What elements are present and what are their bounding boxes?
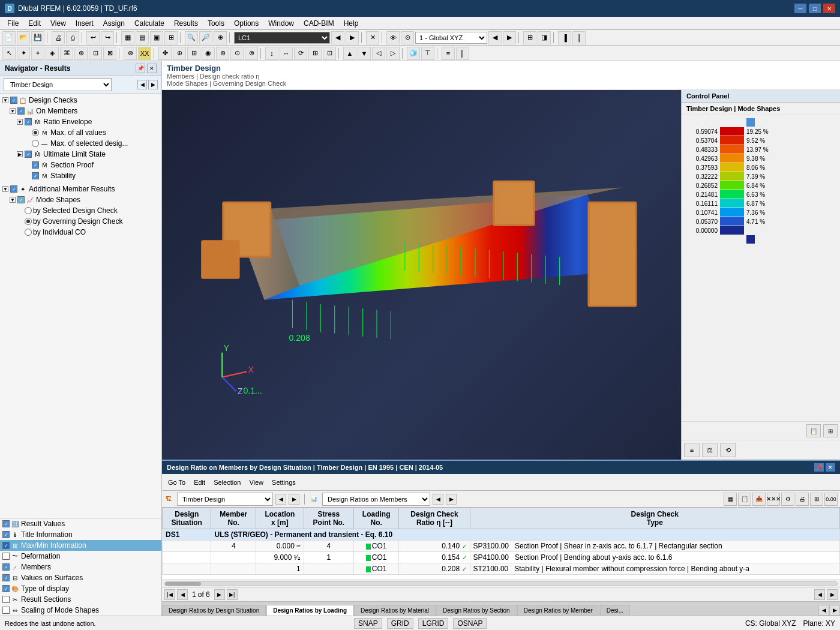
tb-combo-lc[interactable]: LC1 [234, 32, 330, 44]
cb-design-checks[interactable]: ✓ [10, 97, 17, 104]
menu-window[interactable]: Window [263, 18, 299, 29]
tab-by-loading[interactable]: Design Ratios by Loading [266, 605, 353, 616]
nav-prev-btn[interactable]: ◀ [137, 80, 147, 89]
tree-maxmin-info[interactable]: ✓ ⊞ Max/Min Information [0, 540, 161, 551]
expand-mode-shapes[interactable]: ▼ [10, 197, 16, 203]
cb-uls[interactable]: ✓ [25, 151, 32, 158]
tab-by-member[interactable]: Design Ratios by Member [517, 605, 599, 616]
radio-by-individual[interactable] [25, 229, 32, 236]
tb-select3[interactable]: ▣ [150, 31, 163, 44]
tb-print[interactable]: 🖨 [52, 31, 65, 44]
tb2-view1[interactable]: ▲ [343, 47, 356, 60]
radio-by-governing[interactable] [25, 218, 32, 225]
tree-by-governing[interactable]: ▶ by Governing Design Check [0, 216, 161, 227]
tree-values-surfaces[interactable]: ✓ ⊟ Values on Surfaces [0, 572, 161, 583]
legend-icon-btn3[interactable]: ⟲ [720, 443, 736, 457]
pag-last[interactable]: ▶| [227, 589, 238, 600]
tb-eye[interactable]: 👁 [386, 31, 400, 44]
scroll-track[interactable] [164, 581, 838, 586]
tree-max-selected[interactable]: ▶ — Max. of selected desig... [0, 138, 161, 149]
tree-ratio-envelope[interactable]: ▼ ✓ Ṁ Ratio Envelope [0, 116, 161, 127]
tb-xyz[interactable]: ✕ [366, 31, 379, 44]
cb-ratio-envelope[interactable]: ✓ [25, 118, 32, 125]
cb-result-values[interactable]: ✓ [2, 520, 10, 527]
tb2-snap2[interactable]: XX [138, 47, 151, 60]
menu-insert[interactable]: Insert [71, 18, 98, 29]
tb2-node3[interactable]: ⊞ [187, 47, 200, 60]
tb-zoom-out[interactable]: ◨ [538, 31, 551, 44]
legend-icon-btn2[interactable]: ⚖ [702, 443, 718, 457]
tb2-5[interactable]: ⌘ [60, 47, 73, 60]
tree-result-values[interactable]: ✓ 🔢 Result Values [0, 518, 161, 529]
tree-deformation[interactable]: 〜 Deformation [0, 551, 161, 562]
rab-print[interactable]: 🖨 [796, 493, 809, 506]
scroll-thumb[interactable] [165, 582, 201, 586]
cb-additional[interactable]: ✓ [10, 185, 17, 193]
tb2-3[interactable]: ⌖ [31, 47, 44, 60]
tree-scaling[interactable]: ⇔ Scaling of Mode Shapes [0, 605, 161, 616]
results-menu-goto[interactable]: Go To [164, 478, 189, 487]
tabs-scroll-next[interactable]: ▶ [829, 605, 840, 616]
cb-maxmin-info[interactable]: ✓ [2, 542, 10, 549]
tb2-1[interactable]: ↖ [2, 47, 16, 60]
cb-mode-shapes[interactable]: ✓ [17, 196, 25, 203]
menu-edit[interactable]: Edit [23, 18, 46, 29]
legend-settings-btn[interactable]: ⊞ [823, 424, 838, 437]
tb2-2[interactable]: ✦ [17, 47, 30, 60]
results-close-btn[interactable]: ✕ [826, 463, 835, 472]
results-menu-view[interactable]: View [245, 478, 267, 487]
tb2-view3[interactable]: ◁ [372, 47, 385, 60]
rab-export[interactable]: 📤 [752, 493, 766, 506]
cb-deformation[interactable] [2, 553, 10, 560]
tb2-view2[interactable]: ▼ [358, 47, 371, 60]
tb-eye2[interactable]: ⊙ [401, 31, 414, 44]
radio-by-selected[interactable] [25, 207, 32, 214]
tb-view3[interactable]: ⊕ [214, 31, 227, 44]
tree-by-selected[interactable]: ▶ by Selected Design Check [0, 205, 161, 216]
menu-tools[interactable]: Tools [203, 18, 229, 29]
tb-rulers2[interactable]: ║ [572, 31, 586, 44]
3d-viewport[interactable]: 0.208 0.1... X Y Z Control Panel Timber … [162, 90, 840, 460]
status-lgrid[interactable]: LGRID [418, 618, 449, 629]
menu-assign[interactable]: Assign [98, 18, 130, 29]
tb-print2[interactable]: ⎙ [66, 31, 79, 44]
tb2-node[interactable]: ✤ [158, 47, 172, 60]
tb-lc-next[interactable]: ▶ [346, 31, 359, 44]
tree-section-proof[interactable]: ▶ ✓ Ṁ Section Proof [0, 160, 161, 170]
tb-coord-next[interactable]: ▶ [503, 31, 516, 44]
results-combo2-next[interactable]: ▶ [446, 494, 457, 505]
tb-lc-prev[interactable]: ◀ [331, 31, 344, 44]
radio-max-selected[interactable] [32, 140, 39, 147]
menu-options[interactable]: Options [229, 18, 263, 29]
expand-on-members[interactable]: ▼ [10, 108, 16, 114]
tb2-move1[interactable]: ↕ [265, 47, 278, 60]
rab-xxx[interactable]: ✕✕✕ [767, 493, 780, 506]
tb2-3d[interactable]: 🧊 [407, 47, 420, 60]
horiz-scrollbar[interactable] [162, 580, 840, 587]
tb-zoom-in[interactable]: ⊞ [523, 31, 536, 44]
tb-select1[interactable]: ▦ [121, 31, 134, 44]
tab-by-material[interactable]: Design Ratios by Material [354, 605, 436, 616]
tree-design-checks[interactable]: ▼ ✓ 📋 Design Checks [0, 95, 161, 106]
tree-stability[interactable]: ▶ ✓ Ṁ Stability [0, 170, 161, 181]
tb-rulers[interactable]: ▐ [558, 31, 571, 44]
cb-section-proof[interactable]: ✓ [32, 161, 39, 169]
tb2-8[interactable]: ⊠ [103, 47, 116, 60]
nav-module-select[interactable]: Timber Design [4, 78, 112, 91]
tree-mode-shapes[interactable]: ▼ ✓ 📈 Mode Shapes [0, 194, 161, 205]
legend-icon-btn1[interactable]: ≡ [684, 443, 700, 457]
tree-max-all-values[interactable]: ▶ Ṁ Max. of all values [0, 127, 161, 138]
menu-file[interactable]: File [2, 18, 23, 29]
cb-on-members[interactable]: ✓ [17, 107, 25, 115]
menu-results[interactable]: Results [169, 18, 203, 29]
tb2-lines2[interactable]: ║ [456, 47, 469, 60]
minimize-button[interactable]: ─ [794, 4, 806, 13]
menu-help[interactable]: Help [339, 18, 364, 29]
tb2-node2[interactable]: ⊕ [173, 47, 186, 60]
cb-result-sections[interactable] [2, 596, 10, 603]
pag-end-next[interactable]: ▶ [827, 589, 838, 600]
tb2-node6[interactable]: ⊙ [230, 47, 244, 60]
results-menu-selection[interactable]: Selection [210, 478, 244, 487]
tb-coord-prev[interactable]: ◀ [488, 31, 502, 44]
tb2-6[interactable]: ⊛ [74, 47, 88, 60]
